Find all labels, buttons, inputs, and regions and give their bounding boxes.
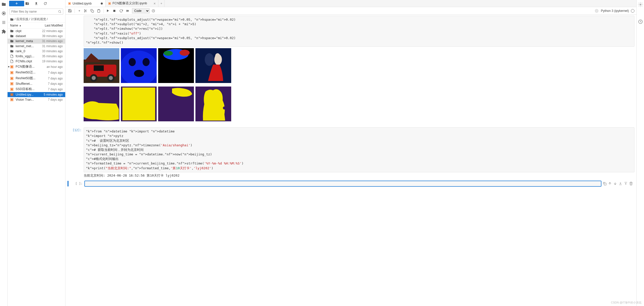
svg-point-5 — [58, 10, 60, 12]
kernel-name[interactable]: Python 3 (ipykernel) — [601, 9, 634, 13]
file-row[interactable]: ckpt22 minutes ago — [8, 29, 65, 34]
new-launcher-button[interactable]: + — [9, 1, 24, 6]
duplicate-icon[interactable] — [603, 182, 606, 185]
property-inspector-icon[interactable] — [638, 2, 643, 7]
svg-marker-32 — [107, 10, 109, 12]
notebook-icon — [108, 2, 111, 5]
extension-icon[interactable] — [2, 29, 6, 34]
svg-line-28 — [86, 11, 87, 12]
output-images-row1 — [84, 48, 634, 83]
close-icon[interactable]: × — [154, 2, 156, 6]
file-row[interactable]: FCN8s.ckpt19 minutes ago — [8, 59, 65, 64]
code-input[interactable]: "k">from "n">datetime "k">import "n">dat… — [84, 127, 634, 172]
insert-cell-icon[interactable]: + — [77, 8, 82, 13]
stop-icon[interactable] — [112, 9, 117, 13]
svg-point-50 — [143, 58, 150, 66]
insert-below-icon[interactable] — [624, 182, 628, 185]
cell-type-select[interactable]: Code — [132, 8, 150, 13]
run-icon[interactable] — [106, 9, 111, 13]
notebook-icon — [68, 2, 71, 5]
col-modified[interactable]: Last Modified — [45, 24, 63, 27]
code-input[interactable]: "n">plt."nf">subplots_adjust("n">wspace=… — [84, 16, 634, 47]
add-tab-button[interactable]: + — [158, 0, 164, 7]
filter-input[interactable] — [11, 10, 58, 13]
svg-marker-34 — [126, 10, 128, 12]
file-row[interactable]: SSD目标检...7 days ago — [8, 86, 65, 92]
file-row[interactable]: Untitled.ipy...5 minutes ago — [8, 92, 65, 97]
copy-icon[interactable] — [90, 9, 95, 13]
file-browser-toolbar: + — [8, 0, 65, 7]
file-row[interactable]: Shufflenet...7 days ago — [8, 81, 65, 86]
code-input-active[interactable] — [85, 181, 601, 186]
filter-box[interactable] — [10, 9, 63, 15]
paste-icon[interactable] — [96, 9, 101, 13]
folder-icon — [10, 18, 14, 21]
file-row[interactable]: kernel_meta31 minutes ago — [8, 39, 65, 44]
upload-icon[interactable] — [34, 2, 42, 6]
cut-icon[interactable] — [83, 9, 88, 13]
output-images-row2 — [84, 87, 634, 121]
output-seg-4 — [195, 87, 231, 121]
svg-point-37 — [596, 10, 597, 11]
save-icon[interactable] — [67, 8, 73, 13]
svg-line-6 — [60, 12, 61, 13]
svg-rect-20 — [11, 99, 13, 101]
kernel-reload-icon[interactable] — [151, 9, 156, 13]
output-image-3 — [158, 48, 194, 83]
svg-rect-14 — [11, 83, 13, 85]
file-row[interactable]: ResNet50迁...7 days ago — [8, 70, 65, 75]
svg-rect-16 — [11, 88, 13, 90]
file-row[interactable]: rank_033 minutes ago — [8, 49, 65, 54]
active-code-cell[interactable]: [ ]: — [67, 181, 634, 186]
file-row[interactable]: FCN图像语...an hour ago — [8, 64, 65, 70]
restart-icon[interactable] — [119, 9, 124, 13]
file-list: ckpt22 minutes agodataset39 minutes agok… — [8, 29, 65, 306]
file-row[interactable]: Vision Tran...7 days ago — [8, 97, 65, 102]
svg-point-65 — [223, 106, 226, 109]
prompt: [12]: — [67, 127, 84, 179]
tab-untitled[interactable]: Untitled.ipynb — [65, 0, 106, 7]
debugger-icon[interactable] — [638, 19, 643, 24]
svg-point-26 — [84, 11, 85, 12]
output-image-4 — [195, 48, 231, 83]
notebook-body: "n">plt."nf">subplots_adjust("n">wspace=… — [65, 15, 636, 306]
new-folder-icon[interactable] — [25, 2, 33, 6]
svg-rect-8 — [11, 66, 13, 68]
kernel-status-icon — [631, 9, 634, 13]
folder-icon[interactable] — [2, 2, 6, 7]
delete-icon[interactable] — [629, 182, 633, 185]
file-row[interactable]: ResNet50图...7 days ago — [8, 75, 65, 81]
watermark: CSDN @IT海中的小浪花 — [611, 301, 641, 304]
running-icon[interactable] — [2, 11, 6, 16]
tab-label: FCN图像语义分割.ipynb — [113, 1, 147, 6]
output-seg-2 — [121, 87, 157, 121]
tab-fcn[interactable]: FCN图像语义分割.ipynb × — [106, 0, 158, 7]
svg-rect-12 — [11, 77, 13, 79]
cell-toolbar — [601, 182, 634, 185]
svg-rect-24 — [109, 3, 110, 4]
dirty-indicator — [101, 3, 103, 5]
toc-icon[interactable] — [2, 20, 6, 25]
output-image-2 — [121, 48, 157, 83]
refresh-icon[interactable] — [43, 2, 51, 6]
kernel-label: Python 3 (ipykernel) — [601, 9, 629, 13]
file-row[interactable]: kernel_met...31 minutes ago — [8, 44, 65, 49]
col-name[interactable]: Name — [10, 24, 18, 27]
move-up-icon[interactable] — [608, 182, 612, 185]
move-down-icon[interactable] — [613, 182, 617, 185]
svg-rect-31 — [98, 9, 99, 10]
svg-line-29 — [85, 10, 86, 11]
gear-icon[interactable] — [594, 9, 599, 13]
cell-output — [84, 47, 634, 126]
tab-bar: Untitled.ipynb FCN图像语义分割.ipynb × + — [65, 0, 636, 7]
svg-point-59 — [215, 53, 220, 59]
file-row[interactable]: dataset39 minutes ago — [8, 34, 65, 39]
breadcrumb[interactable]: / 应用实践 / 计算机视觉 / — [8, 16, 65, 22]
svg-rect-46 — [94, 65, 104, 71]
file-row[interactable]: fcn8s_vgg1...35 minutes ago — [8, 54, 65, 59]
svg-rect-33 — [113, 10, 115, 12]
restart-run-all-icon[interactable] — [125, 9, 130, 13]
main-panel: Untitled.ipynb FCN图像语义分割.ipynb × + + Cod… — [65, 0, 636, 306]
prompt: [ ]: — [69, 181, 85, 186]
insert-above-icon[interactable] — [619, 182, 622, 185]
